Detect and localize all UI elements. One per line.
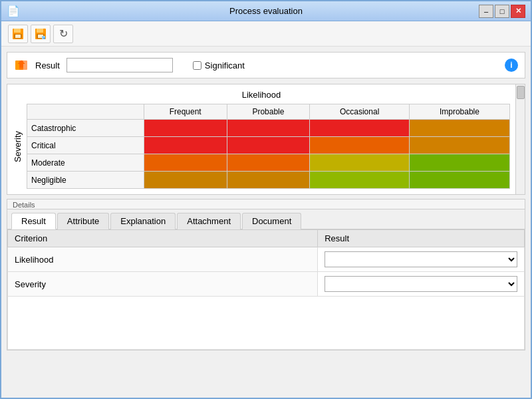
result-icon-group	[14, 58, 29, 72]
app-icon: 📄	[7, 5, 20, 17]
tab-result[interactable]: Result	[11, 213, 56, 229]
tab-document[interactable]: Document	[242, 213, 301, 229]
save-icon	[12, 28, 24, 40]
criterion-header: Criterion	[8, 230, 318, 247]
svg-rect-3	[15, 35, 21, 38]
matrix-title: Likelihood	[13, 90, 510, 100]
tabs-row: Result Attribute Explanation Attachment …	[7, 209, 525, 229]
significant-checkbox[interactable]	[193, 61, 201, 70]
cell-moderate-occasional[interactable]	[310, 154, 410, 172]
cell-moderate-frequent[interactable]	[144, 154, 227, 172]
criterion-likelihood: Likelihood	[8, 247, 318, 272]
table-row: Negligible	[27, 172, 510, 189]
row-label-catastrophic: Catastrophic	[27, 120, 144, 137]
window-title: Process evaluation	[229, 6, 303, 16]
main-window: 📄 Process evaluation – □ ✕ +	[0, 0, 532, 399]
matrix-inner: Likelihood Severity Frequent Probable Oc…	[7, 84, 515, 194]
row-label-moderate: Moderate	[27, 154, 144, 172]
criterion-severity: Severity	[8, 272, 318, 297]
tab-explanation[interactable]: Explanation	[110, 213, 176, 229]
cell-catastrophic-improbable[interactable]	[409, 120, 509, 137]
svg-text:+: +	[43, 36, 45, 40]
matrix-scrollbar[interactable]	[515, 84, 525, 194]
close-button[interactable]: ✕	[511, 5, 525, 18]
title-bar: 📄 Process evaluation – □ ✕	[1, 1, 531, 21]
tab-attachment[interactable]: Attachment	[177, 213, 241, 229]
result-severity-cell	[318, 272, 525, 297]
matrix-scrollbar-thumb[interactable]	[517, 86, 525, 99]
table-row: Catastrophic	[27, 120, 510, 137]
cell-critical-occasional[interactable]	[310, 137, 410, 154]
matrix-header-probable: Probable	[227, 104, 310, 120]
save-button[interactable]	[8, 25, 28, 43]
cell-catastrophic-occasional[interactable]	[310, 120, 410, 137]
cell-moderate-probable[interactable]	[227, 154, 310, 172]
significant-label: Significant	[205, 61, 245, 70]
result-panel-icon	[14, 58, 29, 72]
cell-critical-improbable[interactable]	[409, 137, 509, 154]
cell-moderate-improbable[interactable]	[409, 154, 509, 172]
result-likelihood-cell	[318, 247, 525, 272]
cell-negligible-occasional[interactable]	[310, 172, 410, 189]
cell-critical-probable[interactable]	[227, 137, 310, 154]
tab-attribute[interactable]: Attribute	[57, 213, 109, 229]
result-input[interactable]	[66, 58, 173, 72]
severity-dropdown[interactable]	[325, 276, 517, 292]
severity-label: Severity	[13, 131, 23, 162]
save-as-icon: +	[35, 28, 47, 40]
minimize-button[interactable]: –	[479, 5, 493, 18]
save-as-button[interactable]: +	[31, 25, 51, 43]
matrix-table: Frequent Probable Occasional Improbable …	[27, 104, 510, 189]
result-panel: Result Significant i	[7, 52, 525, 78]
info-button[interactable]: i	[505, 59, 518, 72]
row-label-critical: Critical	[27, 137, 144, 154]
table-row: Severity	[8, 272, 525, 297]
details-label: Details	[7, 200, 525, 209]
cell-catastrophic-probable[interactable]	[227, 120, 310, 137]
matrix-wrapper: Severity Frequent Probable Occasional Im…	[13, 104, 510, 189]
details-section: Details Result Attribute Explanation Att…	[7, 199, 525, 350]
empty-row	[8, 297, 525, 350]
table-row	[8, 297, 525, 350]
refresh-button[interactable]: ↻	[53, 25, 73, 43]
svg-rect-1	[14, 29, 21, 33]
cell-critical-frequent[interactable]	[144, 137, 227, 154]
cell-negligible-frequent[interactable]	[144, 172, 227, 189]
cell-negligible-improbable[interactable]	[409, 172, 509, 189]
cell-negligible-probable[interactable]	[227, 172, 310, 189]
likelihood-dropdown[interactable]	[325, 251, 517, 267]
table-row: Critical	[27, 137, 510, 154]
cell-catastrophic-frequent[interactable]	[144, 120, 227, 137]
table-row: Likelihood	[8, 247, 525, 272]
result-label: Result	[35, 61, 60, 70]
svg-rect-12	[19, 61, 27, 70]
toolbar: + ↻	[1, 21, 531, 47]
matrix-header-frequent: Frequent	[144, 104, 227, 120]
refresh-icon: ↻	[59, 27, 68, 40]
matrix-header-improbable: Improbable	[409, 104, 509, 120]
svg-rect-5	[37, 29, 43, 33]
matrix-corner-header	[27, 104, 144, 120]
detail-table: Criterion Result Likelihood S	[7, 229, 525, 350]
result-panel-inner: Result Significant	[14, 58, 518, 72]
matrix-header-occasional: Occasional	[310, 104, 410, 120]
main-content: Result Significant i Likelihood Severity	[1, 47, 531, 398]
row-label-negligible: Negligible	[27, 172, 144, 189]
significant-row: Significant	[193, 61, 245, 70]
table-row: Moderate	[27, 154, 510, 172]
result-header: Result	[318, 230, 525, 247]
likelihood-matrix-panel: Likelihood Severity Frequent Probable Oc…	[7, 84, 525, 195]
window-controls: – □ ✕	[479, 5, 525, 18]
maximize-button[interactable]: □	[495, 5, 509, 18]
